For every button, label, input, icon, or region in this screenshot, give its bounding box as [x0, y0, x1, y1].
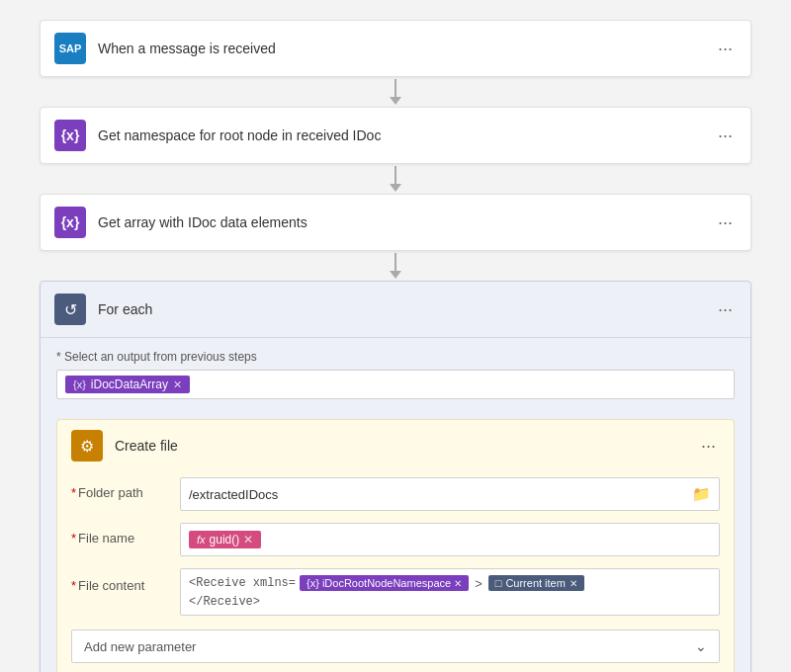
guid-tag-close[interactable]: ✕ — [243, 533, 253, 546]
var-tag-close[interactable]: ✕ — [454, 578, 462, 589]
foreach-tag-icon: □ — [495, 577, 502, 589]
create-file-icon: ⚙ — [71, 430, 103, 462]
file-content-line2: </Receive> — [189, 595, 711, 609]
file-content-area[interactable]: <Receive xmlns= {x} iDocRootNodeNamespac… — [180, 568, 720, 616]
folder-path-label: *Folder path — [71, 477, 170, 500]
current-item-tag[interactable]: □ Current item ✕ — [488, 575, 584, 591]
flow-container: SAP When a message is received ··· {x} G… — [40, 20, 751, 672]
step-card-1: SAP When a message is received ··· — [40, 20, 751, 77]
expr-tag-icon: fx — [197, 534, 206, 546]
step-card-3: {x} Get array with IDoc data elements ··… — [40, 194, 751, 251]
select-output-label: * Select an output from previous steps — [56, 350, 735, 364]
create-file-more[interactable]: ··· — [697, 436, 720, 457]
current-item-label: Current item — [505, 577, 566, 589]
receive-prefix: <Receive xmlns= — [189, 576, 296, 590]
guid-tag[interactable]: fx guid() ✕ — [189, 531, 261, 548]
foreach-icon: ↺ — [54, 294, 86, 325]
create-file-header: ⚙ Create file ··· — [57, 420, 734, 471]
foreach-title: For each — [98, 301, 714, 317]
select-output-section: * Select an output from previous steps {… — [41, 338, 750, 409]
add-param-row[interactable]: Add new parameter ⌄ — [71, 630, 720, 663]
step-label-3: Get array with IDoc data elements — [98, 214, 714, 230]
expr-icon-2: {x} — [54, 207, 86, 238]
var-tag-icon: {x} — [307, 577, 319, 589]
required-asterisk: * Select an output from previous steps — [56, 350, 257, 364]
connector-2 — [390, 166, 401, 192]
tag-icon: {x} — [73, 378, 86, 390]
gt-text: > — [473, 576, 484, 591]
tag-label: iDocDataArray — [91, 378, 168, 391]
create-file-title: Create file — [115, 438, 697, 454]
folder-icon: 📁 — [692, 485, 711, 503]
receive-close: </Receive> — [189, 595, 260, 609]
step-label-1: When a message is received — [98, 41, 714, 56]
var-tag-label: iDocRootNodeNamespace — [322, 577, 451, 589]
foreach-tag-close[interactable]: ✕ — [570, 578, 577, 589]
chevron-down-icon: ⌄ — [695, 638, 707, 654]
foreach-header: ↺ For each ··· — [41, 282, 750, 338]
foreach-container: ↺ For each ··· * Select an output from p… — [40, 281, 751, 672]
idoc-data-array-tag[interactable]: {x} iDocDataArray ✕ — [65, 376, 190, 393]
file-content-row: *File content <Receive xmlns= {x} iDocRo… — [57, 562, 734, 622]
step-more-2[interactable]: ··· — [714, 126, 737, 146]
file-name-label: *File name — [71, 523, 170, 546]
create-file-card: ⚙ Create file ··· *Folder path /extracte… — [56, 419, 735, 672]
sap-icon: SAP — [54, 33, 86, 64]
step-more-1[interactable]: ··· — [714, 39, 737, 59]
step-more-3[interactable]: ··· — [714, 212, 737, 233]
step-card-2: {x} Get namespace for root node in recei… — [40, 107, 751, 164]
tag-close[interactable]: ✕ — [173, 378, 182, 391]
expr-icon-1: {x} — [54, 120, 86, 151]
connector-3 — [390, 253, 401, 279]
file-name-row: *File name fx guid() ✕ — [57, 517, 734, 562]
file-name-input[interactable]: fx guid() ✕ — [180, 523, 720, 556]
file-content-line1: <Receive xmlns= {x} iDocRootNodeNamespac… — [189, 575, 711, 591]
connector-1 — [390, 79, 401, 105]
tag-input[interactable]: {x} iDocDataArray ✕ — [56, 370, 735, 399]
file-content-label: *File content — [71, 568, 170, 593]
foreach-more[interactable]: ··· — [714, 299, 737, 320]
folder-path-value: /extractedIDocs — [189, 487, 278, 502]
folder-path-row: *Folder path /extractedIDocs 📁 — [57, 471, 734, 517]
add-param-label: Add new parameter — [84, 639, 196, 654]
folder-path-input[interactable]: /extractedIDocs 📁 — [180, 477, 720, 511]
step-label-2: Get namespace for root node in received … — [98, 127, 714, 143]
guid-tag-label: guid() — [210, 533, 240, 546]
idoc-namespace-tag[interactable]: {x} iDocRootNodeNamespace ✕ — [300, 575, 469, 591]
connection-info: Connected to sftpsshconn. Change connect… — [57, 663, 734, 672]
